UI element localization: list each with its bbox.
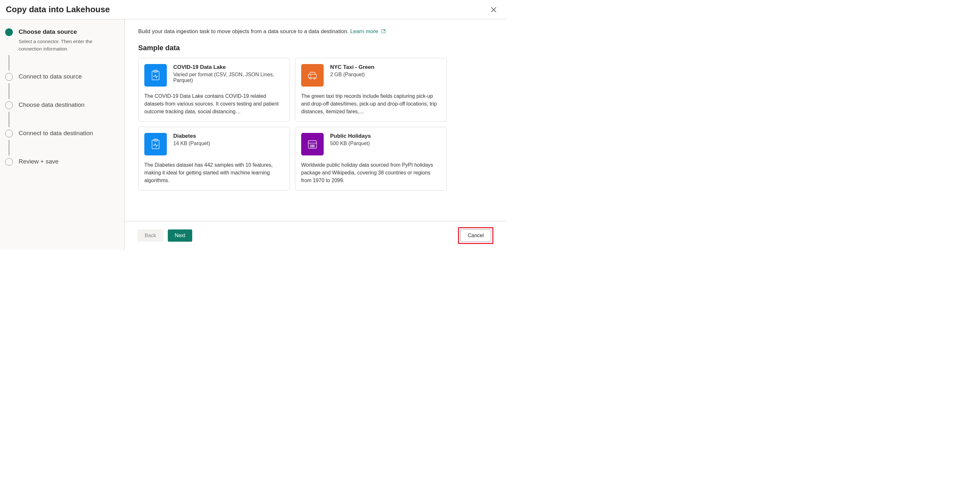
learn-more-label: Learn more (350, 28, 378, 34)
sample-card-covid[interactable]: COVID-19 Data Lake Varied per format (CS… (138, 58, 290, 121)
svg-point-12 (312, 145, 313, 145)
svg-point-4 (310, 78, 311, 79)
cancel-highlight-box: Cancel (458, 227, 493, 244)
clipboard-pulse-icon (144, 64, 167, 86)
step-choose-data-source[interactable]: Choose data source Select a connector. T… (3, 28, 121, 53)
step-title: Review + save (19, 158, 59, 165)
step-connector (9, 112, 10, 127)
step-connector (9, 140, 10, 155)
dialog-header: Copy data into Lakehouse (0, 0, 506, 19)
step-title: Choose data destination (19, 101, 84, 109)
svg-point-15 (312, 147, 313, 147)
clipboard-pulse-icon (144, 133, 167, 155)
card-subtitle: Varied per format (CSV, JSON, JSON Lines… (173, 72, 284, 83)
svg-point-5 (314, 78, 315, 79)
intro-body: Build your data ingestion task to move o… (138, 28, 349, 34)
svg-point-14 (310, 147, 311, 147)
step-connector (9, 83, 10, 99)
wizard-footer: Back Next Cancel (125, 221, 506, 250)
main-panel: Build your data ingestion task to move o… (125, 19, 506, 250)
sample-data-grid: COVID-19 Data Lake Varied per format (CS… (138, 58, 447, 190)
card-subtitle: 500 KB (Parquet) (330, 141, 371, 147)
next-button[interactable]: Next (168, 230, 192, 242)
learn-more-link[interactable]: Learn more (350, 28, 387, 34)
back-button[interactable]: Back (138, 230, 163, 242)
section-title: Sample data (138, 44, 493, 52)
sample-card-diabetes[interactable]: Diabetes 14 KB (Parquet) The Diabetes da… (138, 127, 290, 190)
svg-point-11 (310, 145, 311, 145)
step-title: Choose data source (19, 28, 109, 35)
taxi-icon (301, 64, 324, 86)
card-title: NYC Taxi - Green (330, 64, 374, 70)
step-marker-active-icon (5, 28, 13, 36)
step-connector (9, 55, 10, 70)
calendar-icon (301, 133, 324, 155)
wizard-steps-sidebar: Choose data source Select a connector. T… (0, 19, 125, 250)
step-title: Connect to data destination (19, 130, 93, 137)
step-connect-to-data-source[interactable]: Connect to data source (3, 73, 121, 81)
step-title: Connect to data source (19, 73, 82, 80)
svg-point-16 (314, 147, 314, 147)
step-connect-to-data-destination[interactable]: Connect to data destination (3, 130, 121, 137)
step-marker-hollow-icon (5, 158, 13, 166)
step-marker-hollow-icon (5, 130, 13, 137)
svg-rect-3 (308, 74, 316, 78)
card-subtitle: 2 GB (Parquet) (330, 72, 374, 78)
card-description: The Diabetes dataset has 442 samples wit… (144, 161, 284, 184)
external-link-icon (381, 29, 386, 34)
cancel-button[interactable]: Cancel (460, 230, 491, 242)
card-title: Public Holidays (330, 133, 371, 139)
sample-card-public-holidays[interactable]: Public Holidays 500 KB (Parquet) Worldwi… (295, 127, 447, 190)
close-icon[interactable] (490, 6, 497, 13)
sample-card-nyc-taxi[interactable]: NYC Taxi - Green 2 GB (Parquet) The gree… (295, 58, 447, 121)
step-choose-data-destination[interactable]: Choose data destination (3, 101, 121, 109)
step-marker-hollow-icon (5, 101, 13, 109)
card-title: Diabetes (173, 133, 210, 139)
card-subtitle: 14 KB (Parquet) (173, 141, 210, 147)
card-description: The COVID-19 Data Lake contains COVID-19… (144, 93, 284, 115)
step-marker-hollow-icon (5, 73, 13, 81)
intro-text: Build your data ingestion task to move o… (138, 28, 493, 35)
svg-point-13 (314, 145, 314, 145)
step-review-save[interactable]: Review + save (3, 158, 121, 166)
step-description: Select a connector. Then enter the conne… (19, 38, 109, 53)
card-description: The green taxi trip records include fiel… (301, 93, 441, 115)
card-description: Worldwide public holiday data sourced fr… (301, 161, 441, 184)
dialog-title: Copy data into Lakehouse (6, 5, 110, 14)
card-title: COVID-19 Data Lake (173, 64, 284, 70)
